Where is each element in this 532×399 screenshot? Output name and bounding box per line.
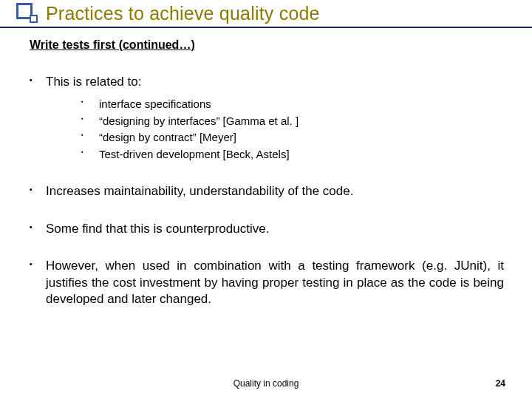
- bullet-text: “design by contract” [Meyer]: [99, 131, 236, 143]
- bullet-level2: Test-driven development [Beck, Astels]: [81, 146, 504, 163]
- bullet-text: Increases maintainability, understandabi…: [46, 184, 353, 198]
- bullet-level1: However, when used in combination with a…: [30, 258, 504, 307]
- page-number: 24: [496, 378, 505, 389]
- slide-subtitle: Write tests first (continued…): [30, 38, 504, 52]
- title-row: Practices to achieve quality code: [0, 0, 532, 25]
- bullet-level2: “design by contract” [Meyer]: [81, 129, 504, 146]
- bullet-text: Some find that this is counterproductive…: [46, 222, 269, 236]
- bullet-text: interface specifications: [99, 98, 211, 110]
- bullet-text: Test-driven development [Beck, Astels]: [99, 148, 290, 160]
- title-underline: [0, 27, 532, 28]
- bullet-level1: Increases maintainability, understandabi…: [30, 183, 504, 200]
- slide-title: Practices to achieve quality code: [43, 3, 320, 24]
- footer-label: Quality in coding: [0, 378, 532, 389]
- bullet-level1: Some find that this is counterproductive…: [30, 221, 504, 237]
- sub-bullet-list: interface specifications “designing by i…: [46, 96, 504, 163]
- bullet-level1: This is related to: interface specificat…: [30, 74, 504, 163]
- bullet-text: This is related to:: [46, 75, 141, 89]
- bullet-level2: interface specifications: [81, 96, 504, 113]
- bullet-text: However, when used in combination with a…: [46, 259, 504, 306]
- slide-content: Write tests first (continued…) This is r…: [0, 38, 532, 308]
- squares-logo-icon: [16, 1, 43, 25]
- slide-footer: Quality in coding 24: [0, 378, 532, 389]
- bullet-level2: “designing by interfaces” [Gamma et al. …: [81, 113, 504, 130]
- bullet-text: “designing by interfaces” [Gamma et al. …: [99, 115, 299, 127]
